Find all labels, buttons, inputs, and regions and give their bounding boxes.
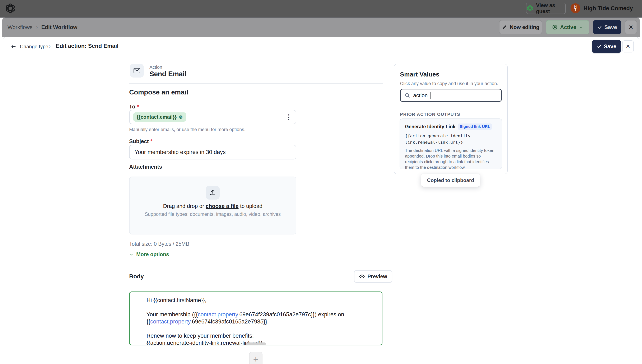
required-asterisk: * bbox=[137, 104, 139, 110]
text-caret bbox=[430, 92, 431, 99]
smart-values-title: Smart Values bbox=[400, 71, 439, 78]
breadcrumb-edit-workflow: Edit Workflow bbox=[41, 24, 77, 30]
chip-remove-icon[interactable]: ⊗ bbox=[179, 114, 183, 120]
now-editing-button[interactable]: Now editing bbox=[499, 20, 542, 34]
section-divider bbox=[129, 83, 383, 84]
modal-save-button[interactable]: Save bbox=[592, 40, 621, 53]
subject-value: Your membership expires in 30 days bbox=[134, 149, 226, 156]
attachments-label: Attachments bbox=[129, 164, 162, 170]
close-icon: ✕ bbox=[628, 24, 633, 31]
choose-file-link[interactable]: choose a file bbox=[206, 203, 239, 209]
chevron-down-icon bbox=[129, 252, 134, 257]
edit-action-modal: Change type › Edit action: Send Email Sa… bbox=[3, 37, 639, 364]
more-options-toggle[interactable]: More options bbox=[129, 251, 169, 258]
textarea-resize-handle[interactable] bbox=[246, 342, 266, 345]
prior-action-outputs-heading: PRIOR ACTION OUTPUTS bbox=[400, 112, 460, 117]
email-action-icon-box bbox=[130, 64, 144, 78]
breadcrumb: Workflows › Edit Workflow bbox=[8, 18, 77, 37]
avatar-monogram-bottom: T bbox=[574, 8, 576, 11]
status-label: Active bbox=[560, 24, 576, 30]
workflow-save-button[interactable]: Save bbox=[593, 20, 621, 34]
more-options-label: More options bbox=[136, 251, 169, 258]
smart-value-link[interactable]: contact.property bbox=[150, 318, 190, 325]
smart-value-card[interactable]: Generate Identity Link Signed link URL {… bbox=[400, 118, 502, 169]
breadcrumb-workflows[interactable]: Workflows bbox=[8, 24, 32, 30]
body-paragraph: Hi {{contact.firstName}}, bbox=[146, 297, 374, 304]
subject-input[interactable]: Your membership expires in 30 days bbox=[129, 145, 296, 160]
recipient-chip-label: {{contact.email}} bbox=[137, 114, 176, 120]
view-as-guest-label: View as guest bbox=[536, 2, 565, 14]
smart-values-subtitle: Click any value to copy and use it in yo… bbox=[400, 81, 498, 86]
add-step-button[interactable]: + bbox=[249, 352, 262, 364]
smart-values-search-input[interactable]: action bbox=[400, 89, 502, 102]
plus-icon: + bbox=[253, 354, 258, 364]
smart-value-description: The destination URL with a signed identi… bbox=[405, 148, 497, 170]
radio-dot-icon bbox=[552, 24, 558, 30]
recipient-chip[interactable]: {{contact.email}} ⊗ bbox=[133, 112, 186, 122]
change-type-button[interactable]: Change type bbox=[11, 44, 48, 50]
now-editing-label: Now editing bbox=[510, 24, 540, 30]
memberful-logo-icon[interactable] bbox=[4, 3, 16, 14]
supported-file-types: Supported file types: documents, images,… bbox=[145, 212, 281, 217]
smart-value-link[interactable]: contact.property bbox=[198, 311, 238, 318]
body-textarea[interactable]: Hi {{contact.firstName}}, Your membershi… bbox=[129, 292, 382, 346]
copied-tooltip: Copied to clipboard bbox=[421, 174, 480, 186]
total-size-text: Total size: 0 Bytes / 25MB bbox=[129, 241, 189, 247]
workflow-close-button[interactable]: ✕ bbox=[625, 20, 637, 34]
workflow-save-label: Save bbox=[604, 24, 617, 30]
workflow-header-bar: Workflows › Edit Workflow Now editing Ac… bbox=[2, 18, 640, 37]
upload-icon-box bbox=[206, 186, 220, 200]
guest-logo-icon bbox=[526, 5, 534, 12]
smart-value-badge: Signed link URL bbox=[458, 124, 492, 130]
check-icon bbox=[597, 25, 602, 30]
change-type-label: Change type bbox=[20, 44, 48, 50]
action-kicker: Action bbox=[150, 64, 162, 70]
arrow-left-icon bbox=[11, 44, 16, 50]
to-helper-text: Manually enter emails, or use the menu f… bbox=[129, 127, 245, 132]
subject-label: Subject * bbox=[129, 138, 152, 144]
modal-save-label: Save bbox=[604, 43, 616, 50]
check-icon bbox=[597, 44, 602, 49]
compose-heading: Compose an email bbox=[129, 88, 188, 96]
action-title: Send Email bbox=[150, 70, 186, 78]
chevron-right-icon: › bbox=[36, 23, 38, 30]
smart-value-name: Generate Identity Link bbox=[405, 124, 456, 130]
chevron-down-icon bbox=[579, 25, 583, 29]
body-paragraph: Your membership ({{contact.property.69e6… bbox=[146, 311, 374, 325]
envelope-icon bbox=[133, 67, 141, 74]
smart-values-panel: Smart Values Click any value to copy and… bbox=[394, 64, 508, 174]
attachments-dropzone[interactable]: Drag and drop or choose a file to upload… bbox=[129, 176, 296, 234]
dropzone-instruction: Drag and drop or choose a file to upload bbox=[163, 203, 262, 209]
search-icon bbox=[404, 92, 410, 98]
body-label: Body bbox=[129, 273, 144, 280]
preview-label: Preview bbox=[368, 274, 387, 280]
view-as-guest-button[interactable]: View as guest bbox=[526, 3, 566, 14]
pencil-icon bbox=[502, 24, 507, 30]
smart-value-code[interactable]: {{action.generate-identity-link.renewal-… bbox=[405, 133, 497, 146]
account-name[interactable]: High Tide Comedy bbox=[584, 5, 633, 12]
to-input[interactable]: {{contact.email}} ⊗ ⋮ bbox=[129, 110, 296, 124]
preview-button[interactable]: Preview bbox=[354, 270, 392, 283]
top-app-bar: View as guest H T High Tide Comedy bbox=[0, 0, 642, 17]
close-icon: ✕ bbox=[626, 43, 630, 50]
search-query: action bbox=[413, 92, 428, 99]
modal-close-button[interactable]: ✕ bbox=[622, 40, 634, 52]
modal-title: Edit action: Send Email bbox=[56, 43, 118, 49]
account-avatar[interactable]: H T bbox=[570, 3, 580, 13]
to-label: To * bbox=[129, 104, 139, 110]
chevron-right-icon: › bbox=[49, 43, 50, 50]
to-options-menu-icon[interactable]: ⋮ bbox=[286, 114, 292, 120]
status-select[interactable]: Active bbox=[546, 20, 589, 34]
upload-icon bbox=[209, 189, 216, 196]
required-asterisk: * bbox=[150, 138, 152, 144]
eye-icon bbox=[359, 274, 365, 279]
